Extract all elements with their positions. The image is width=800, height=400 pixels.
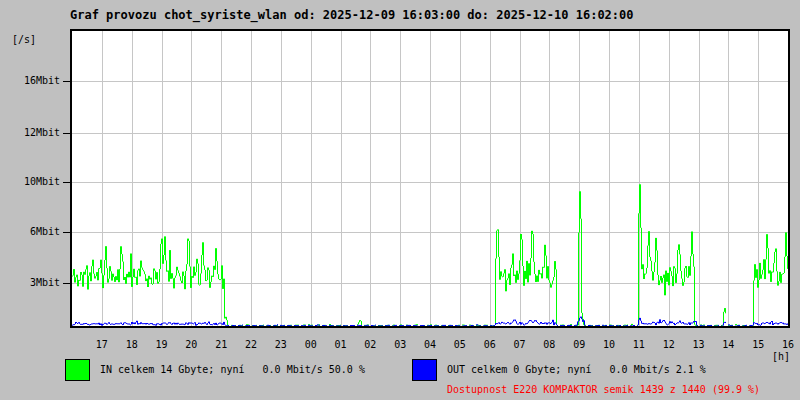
x-tick-label: 09	[564, 340, 594, 350]
legend-out-color-swatch	[412, 359, 437, 381]
availability-status-text: Dostupnost E220 KOMPAKTOR semik 1439 z 1…	[447, 384, 760, 395]
x-tick-label: 02	[355, 340, 385, 350]
x-tick-label: 15	[743, 340, 773, 350]
graph-title: Graf provozu chot_syriste_wlan od: 2025-…	[70, 8, 634, 22]
x-tick-label: 14	[713, 340, 743, 350]
x-tick-label: 07	[505, 340, 535, 350]
x-tick-label: 12	[654, 340, 684, 350]
y-tick-mark	[63, 232, 70, 233]
x-axis-unit-label: [h]	[760, 351, 790, 362]
y-tick-label: 16Mbit	[10, 76, 60, 86]
y-tick-mark	[63, 283, 70, 284]
y-axis-unit-label: [/s]	[12, 34, 36, 45]
x-tick-label: 13	[684, 340, 714, 350]
x-tick-label: 16	[773, 340, 800, 350]
traffic-chart	[72, 31, 788, 326]
x-tick-label: 04	[415, 340, 445, 350]
y-tick-mark	[63, 182, 70, 183]
y-tick-label: 12Mbit	[10, 128, 60, 138]
x-tick-label: 06	[475, 340, 505, 350]
legend-in-color-swatch	[65, 359, 90, 381]
x-tick-label: 23	[266, 340, 296, 350]
x-tick-label: 00	[296, 340, 326, 350]
x-tick-label: 08	[534, 340, 564, 350]
x-tick-label: 03	[385, 340, 415, 350]
x-tick-label: 17	[87, 340, 117, 350]
legend-out-label: OUT celkem 0 Gbyte; nyní 0.0 Mbit/s 2.1 …	[447, 364, 706, 376]
y-tick-mark	[63, 81, 70, 82]
y-tick-label: 6Mbit	[10, 227, 60, 237]
x-tick-label: 11	[624, 340, 654, 350]
x-tick-label: 18	[117, 340, 147, 350]
x-tick-label: 20	[176, 340, 206, 350]
x-tick-label: 01	[326, 340, 356, 350]
x-tick-label: 05	[445, 340, 475, 350]
y-tick-label: 3Mbit	[10, 278, 60, 288]
x-tick-label: 22	[236, 340, 266, 350]
x-tick-label: 10	[594, 340, 624, 350]
traffic-graph-plot-area	[70, 29, 790, 328]
y-tick-mark	[63, 133, 70, 134]
legend-in-label: IN celkem 14 Gbyte; nyní 0.0 Mbit/s 50.0…	[100, 364, 365, 376]
x-tick-label: 19	[147, 340, 177, 350]
x-tick-label: 21	[206, 340, 236, 350]
y-tick-label: 10Mbit	[10, 177, 60, 187]
